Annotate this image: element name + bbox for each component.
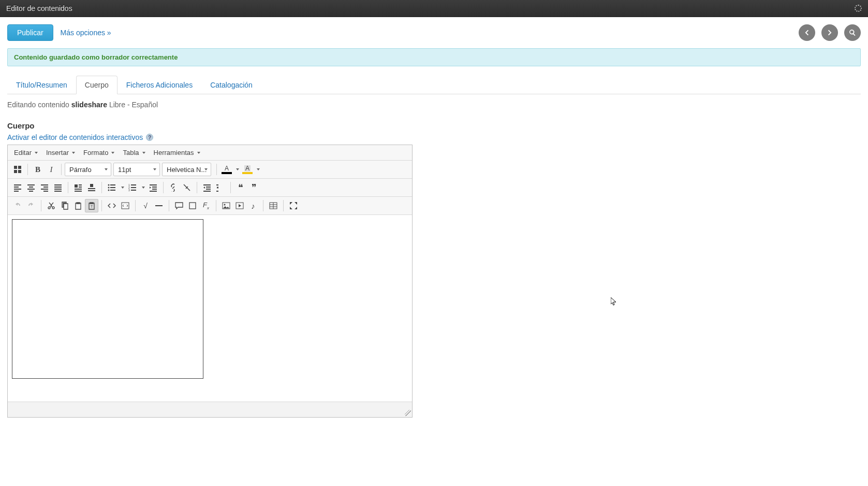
cut-button[interactable] (45, 199, 58, 212)
background-color-dropdown[interactable] (254, 163, 261, 176)
align-right-icon (40, 183, 49, 192)
italic-icon: I (50, 165, 53, 174)
indent-left-icon (203, 183, 211, 192)
paste-text-button[interactable]: T (85, 199, 98, 212)
editor-toolbar-row-1: B I Párrafo 11pt Helvetica N... A A (8, 161, 412, 179)
more-options-link[interactable]: Más opciones » (61, 28, 111, 37)
embedded-object-placeholder[interactable] (12, 219, 203, 379)
tab-cuerpo[interactable]: Cuerpo (76, 76, 117, 94)
prev-button[interactable] (799, 24, 815, 41)
editor-statusbar (8, 402, 412, 417)
decrease-indent-button[interactable] (200, 181, 214, 194)
text-color-button[interactable]: A (220, 163, 233, 176)
float-left-icon (74, 183, 82, 192)
align-right-button[interactable] (38, 181, 51, 194)
indent-right-icon (216, 183, 225, 192)
align-justify-icon (54, 183, 62, 192)
editor-menubar: Editar Insertar Formato Tabla Herramient… (8, 145, 412, 161)
font-family-select[interactable]: Helvetica N... (162, 163, 211, 176)
tab-catalogacion[interactable]: Catalogación (201, 76, 261, 94)
search-icon (849, 29, 856, 36)
undo-button[interactable] (11, 199, 24, 212)
blockquote-button[interactable]: ❝ (234, 181, 247, 194)
interactive-editor-row: Activar el editor de contenidos interact… (7, 133, 861, 141)
resize-handle[interactable] (405, 410, 411, 416)
bullet-list-dropdown[interactable] (119, 181, 126, 194)
comment-button[interactable] (172, 199, 186, 212)
music-note-icon: ♪ (251, 202, 255, 210)
caret-icon (197, 152, 200, 154)
undo-icon (13, 202, 22, 210)
outdent-icon (149, 183, 157, 192)
menu-tools[interactable]: Herramientas (150, 146, 204, 159)
formula-button[interactable]: √ (139, 199, 152, 212)
menu-insert[interactable]: Insertar (42, 146, 79, 159)
quote-close-icon: ❞ (252, 185, 257, 191)
bold-button[interactable]: B (31, 163, 45, 176)
menu-edit[interactable]: Editar (10, 146, 42, 159)
insert-table2-button[interactable] (267, 199, 280, 212)
text-color-dropdown[interactable] (233, 163, 241, 176)
quote-open-icon: ❝ (238, 185, 243, 191)
remove-format-button[interactable]: Fx (199, 199, 213, 212)
align-center-button[interactable] (24, 181, 38, 194)
text-color-icon: A (225, 165, 229, 171)
caret-icon (257, 168, 260, 170)
horizontal-rule-button[interactable] (152, 199, 166, 212)
caret-icon (204, 168, 208, 170)
svg-point-2 (108, 190, 110, 191)
rich-text-editor: Editar Insertar Formato Tabla Herramient… (7, 145, 413, 418)
menu-table[interactable]: Tabla (119, 146, 149, 159)
align-left-button[interactable] (11, 181, 24, 194)
publish-button[interactable]: Publicar (7, 24, 53, 41)
bullet-list-button[interactable] (105, 181, 119, 194)
editor-content-area[interactable] (8, 215, 412, 402)
redo-button[interactable] (24, 199, 38, 212)
increase-indent-button[interactable] (214, 181, 227, 194)
next-button[interactable] (821, 24, 838, 41)
italic-button[interactable]: I (45, 163, 58, 176)
align-justify-button[interactable] (51, 181, 65, 194)
scissors-icon (47, 202, 55, 210)
svg-point-0 (108, 184, 110, 186)
insert-box-button[interactable] (186, 199, 199, 212)
content-tabs: Título/Resumen Cuerpo Ficheros Adicional… (7, 76, 861, 94)
image-icon (222, 202, 230, 210)
menu-format[interactable]: Formato (79, 146, 119, 159)
context-content-name: slideshare (71, 101, 107, 109)
nav-controls (799, 24, 861, 41)
activate-interactive-editor-link[interactable]: Activar el editor de contenidos interact… (7, 133, 143, 141)
numbered-list-button[interactable]: 123 (126, 181, 139, 194)
help-icon[interactable]: ? (146, 134, 153, 141)
editing-context: Editando contenido slideshare Libre - Es… (7, 101, 861, 109)
search-button[interactable] (844, 24, 861, 41)
float-left-button[interactable] (71, 181, 85, 194)
remove-link-button[interactable] (180, 181, 194, 194)
float-none-button[interactable] (85, 181, 98, 194)
grid-icon (13, 165, 22, 174)
outdent-button[interactable] (146, 181, 160, 194)
insert-image-button[interactable] (219, 199, 233, 212)
source-code-button[interactable] (105, 199, 119, 212)
editor-toolbar-row-2: 123 ❝ ❞ (8, 179, 412, 197)
block-format-select[interactable]: Párrafo (65, 163, 111, 176)
redo-icon (27, 202, 35, 210)
clear-format-icon: Fx (203, 201, 209, 210)
blockquote-close-button[interactable]: ❞ (247, 181, 261, 194)
templates-button[interactable] (11, 163, 24, 176)
paste-button[interactable] (71, 199, 85, 212)
tab-ficheros-adicionales[interactable]: Ficheros Adicionales (117, 76, 201, 94)
insert-link-button[interactable] (167, 181, 180, 194)
insert-media-button[interactable] (233, 199, 246, 212)
copy-button[interactable] (58, 199, 71, 212)
tab-titulo-resumen[interactable]: Título/Resumen (7, 76, 76, 94)
fullscreen-button[interactable] (287, 199, 300, 212)
font-size-select[interactable]: 11pt (113, 163, 160, 176)
background-color-button[interactable]: A (241, 163, 254, 176)
numbered-list-dropdown[interactable] (139, 181, 146, 194)
code-block-button[interactable] (119, 199, 132, 212)
code-icon (108, 202, 116, 210)
alert-message: Contenido guardado como borrador correct… (14, 53, 178, 61)
insert-audio-button[interactable]: ♪ (246, 199, 260, 212)
paste-icon (74, 202, 82, 210)
